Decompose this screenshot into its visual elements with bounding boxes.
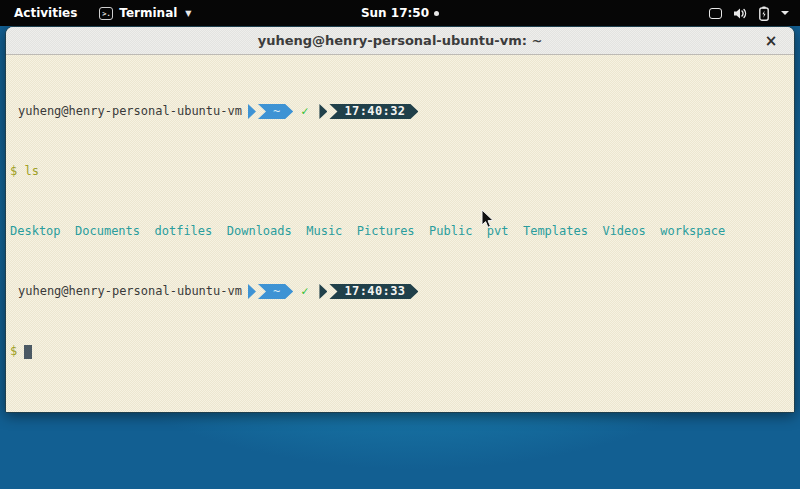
activities-button[interactable]: Activities — [0, 0, 91, 26]
chevron-down-icon: ▼ — [185, 9, 191, 18]
prompt-path: ~ — [258, 104, 293, 119]
screen-icon — [709, 8, 722, 19]
chevron-down-icon — [780, 10, 790, 16]
prompt-time-segment: 17:40:32 — [313, 104, 418, 119]
prompt-line-2: yuheng@henry-personal-ubuntu-vm ~ ✓ 17:4… — [10, 284, 790, 299]
command-text: ls — [24, 164, 38, 179]
prompt-time: 17:40:32 — [329, 104, 418, 119]
volume-icon — [733, 7, 748, 20]
text-cursor — [24, 345, 32, 359]
top-bar: Activities >. Terminal ▼ Sun 17:50 — [0, 0, 800, 26]
system-status-area[interactable] — [699, 0, 800, 26]
prompt-line-1: yuheng@henry-personal-ubuntu-vm ~ ✓ 17:4… — [10, 104, 790, 119]
terminal-content[interactable]: yuheng@henry-personal-ubuntu-vm ~ ✓ 17:4… — [6, 55, 794, 412]
prompt-dollar: $ — [10, 344, 17, 359]
status-check-icon: ✓ — [301, 284, 308, 299]
battery-charging-icon — [759, 6, 769, 21]
prompt-path-segment: ~ — [242, 104, 293, 119]
terminal-icon: >. — [99, 7, 113, 20]
powerline-arrow-icon — [319, 104, 327, 119]
directory-list: Desktop Documents dotfiles Downloads Mus… — [10, 224, 725, 239]
ls-output-line: Desktop Documents dotfiles Downloads Mus… — [10, 224, 790, 239]
clock-label: Sun 17:50 — [361, 6, 429, 20]
prompt-path-segment: ~ — [242, 284, 293, 299]
status-check-icon: ✓ — [301, 104, 308, 119]
powerline-arrow-icon — [248, 104, 256, 119]
prompt-path: ~ — [258, 284, 293, 299]
window-title: yuheng@henry-personal-ubuntu-vm: ~ — [258, 33, 543, 48]
app-menu-terminal[interactable]: >. Terminal ▼ — [91, 0, 199, 26]
prompt-time-segment: 17:40:33 — [313, 284, 418, 299]
powerline-arrow-icon — [319, 284, 327, 299]
clock-button[interactable]: Sun 17:50 — [361, 6, 439, 20]
input-line[interactable]: $ — [10, 344, 790, 359]
prompt-user-host: yuheng@henry-personal-ubuntu-vm — [10, 284, 242, 299]
window-titlebar[interactable]: yuheng@henry-personal-ubuntu-vm: ~ × — [6, 27, 794, 55]
terminal-window: yuheng@henry-personal-ubuntu-vm: ~ × yuh… — [5, 26, 795, 413]
app-menu-label: Terminal — [119, 6, 177, 20]
notification-dot-icon — [434, 11, 439, 16]
command-line: $ ls — [10, 164, 790, 179]
powerline-arrow-icon — [248, 284, 256, 299]
prompt-time: 17:40:33 — [329, 284, 418, 299]
prompt-dollar: $ — [10, 164, 17, 179]
prompt-user-host: yuheng@henry-personal-ubuntu-vm — [10, 104, 242, 119]
close-button[interactable]: × — [758, 27, 784, 55]
